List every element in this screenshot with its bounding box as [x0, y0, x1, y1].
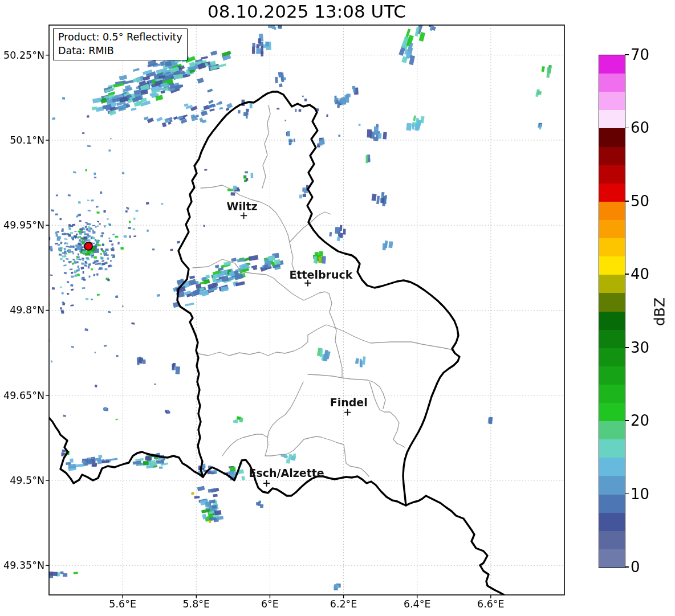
city-label-findel: Findel: [330, 396, 368, 409]
product-info-box: Product: 0.5° Reflectivity Data: RMIB: [53, 28, 188, 60]
colorbar-segment: [599, 385, 625, 403]
x-tick-label: 5.8°E: [182, 598, 210, 610]
city-label-ettelbruck: Ettelbruck: [289, 268, 352, 281]
page-title: 08.10.2025 13:08 UTC: [208, 1, 406, 22]
colorbar-segment: [599, 92, 625, 111]
y-tick-label: 49.65°N: [0, 390, 44, 401]
data-source-line: Data: RMIB: [58, 44, 182, 58]
colorbar-segment: [599, 476, 625, 495]
colorbar-tickmark: [625, 54, 629, 55]
colorbar-segment: [599, 366, 625, 385]
colorbar-tick-label: 70: [631, 47, 649, 62]
y-tick-label: 50.1°N: [0, 134, 44, 146]
colorbar-segment: [599, 147, 625, 166]
y-tick-label: 50.25°N: [0, 50, 44, 61]
y-tick-label: 49.95°N: [0, 219, 44, 231]
colorbar-segment: [599, 531, 625, 550]
colorbar-unit-label: dBZ: [652, 297, 668, 326]
y-tick-label: 49.8°N: [0, 304, 44, 316]
colorbar-tickmark: [625, 493, 629, 495]
colorbar-segment: [599, 220, 625, 239]
colorbar-tick-label: 30: [631, 340, 649, 355]
colorbar-tick-label: 50: [631, 194, 649, 209]
colorbar-segment: [599, 495, 625, 513]
colorbar-segment: [599, 348, 625, 367]
colorbar-segment: [599, 421, 625, 440]
colorbar-segment: [599, 513, 625, 532]
colorbar-segment: [599, 74, 625, 92]
colorbar-segment: [599, 256, 625, 275]
colorbar-segment: [599, 312, 625, 331]
x-tick-label: 6.2°E: [330, 598, 357, 610]
x-tick-label: 6.4°E: [404, 598, 431, 610]
colorbar-segment: [599, 330, 625, 349]
colorbar-tick-label: 0: [631, 560, 640, 574]
colorbar-tickmark: [625, 128, 629, 129]
colorbar-segment: [599, 110, 625, 129]
radar-map-canvas: [0, 0, 675, 616]
x-tick-label: 6.6°E: [477, 598, 505, 610]
colorbar-tickmark: [625, 420, 629, 421]
x-tick-label: 5.6°E: [109, 598, 136, 610]
colorbar-segment: [599, 458, 625, 476]
colorbar-segment: [599, 165, 625, 184]
y-tick-label: 49.5°N: [0, 475, 44, 486]
colorbar-tickmark: [625, 566, 629, 568]
city-label-esch-alzette: Esch/Alzette: [249, 467, 324, 479]
x-tick-label: 6°E: [261, 598, 279, 610]
colorbar-segment: [599, 275, 625, 293]
colorbar-segment: [599, 293, 625, 312]
colorbar-segment: [599, 439, 625, 458]
colorbar-tick-label: 20: [631, 413, 649, 428]
colorbar-tick-label: 60: [631, 120, 649, 135]
city-label-wiltz: Wiltz: [227, 200, 258, 213]
colorbar-segment: [599, 238, 625, 257]
colorbar-tickmark: [625, 274, 629, 275]
colorbar-segment: [599, 403, 625, 422]
colorbar-segment: [599, 128, 625, 147]
colorbar-segment: [599, 202, 625, 221]
colorbar-tickmark: [625, 347, 629, 348]
product-line: Product: 0.5° Reflectivity: [58, 31, 182, 44]
reflectivity-colorbar: [599, 55, 625, 568]
y-tick-label: 49.35°N: [0, 560, 44, 571]
colorbar-tick-label: 10: [631, 487, 649, 501]
colorbar-segment: [599, 55, 625, 74]
colorbar-segment: [599, 183, 625, 202]
radar-page: { "title": "08.10.2025 13:08 UTC", "anno…: [0, 0, 675, 616]
colorbar-tickmark: [625, 201, 629, 202]
colorbar-segment: [599, 549, 625, 568]
colorbar-tick-label: 40: [631, 267, 649, 282]
